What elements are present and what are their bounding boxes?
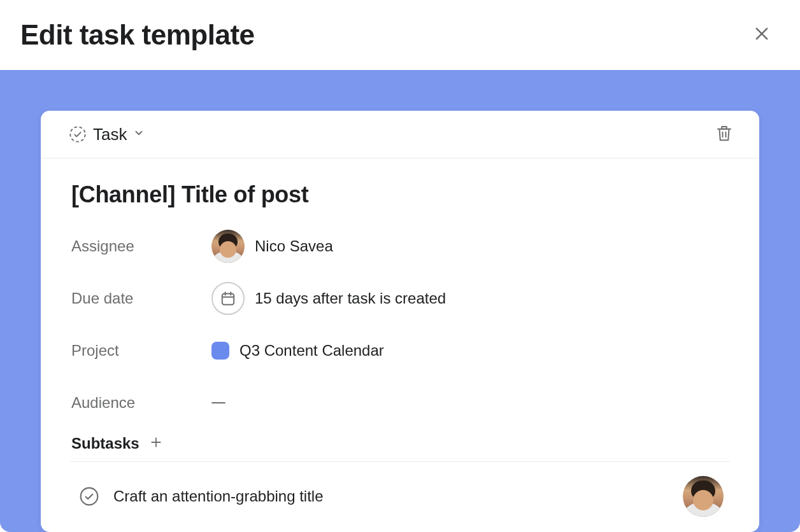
assignee-value[interactable]: Nico Savea	[211, 230, 333, 263]
card-content: [Channel] Title of post Assignee Nico Sa…	[41, 158, 759, 532]
assignee-name: Nico Savea	[255, 237, 333, 255]
audience-value[interactable]	[211, 402, 225, 404]
audience-label: Audience	[71, 394, 211, 412]
calendar-icon	[211, 282, 245, 315]
plus-icon	[150, 436, 162, 451]
modal-header: Edit task template	[0, 0, 800, 70]
svg-rect-5	[222, 293, 234, 304]
avatar[interactable]	[683, 476, 724, 517]
task-type-selector[interactable]: Task	[69, 125, 145, 144]
due-date-value[interactable]: 15 days after task is created	[211, 282, 446, 315]
subtasks-label: Subtasks	[71, 435, 139, 452]
project-label: Project	[71, 342, 211, 360]
task-title-input[interactable]: [Channel] Title of post	[71, 181, 729, 208]
check-circle-icon[interactable]	[79, 486, 99, 507]
audience-field: Audience	[71, 382, 729, 423]
delete-button[interactable]	[715, 123, 734, 145]
card-toolbar: Task	[41, 111, 759, 158]
modal-title: Edit task template	[20, 19, 255, 51]
svg-point-2	[70, 127, 85, 141]
edit-task-template-modal: Edit task template	[0, 0, 800, 532]
project-name: Q3 Content Calendar	[239, 342, 384, 360]
subtask-title: Craft an attention-grabbing title	[113, 487, 669, 505]
subtasks-header: Subtasks	[71, 435, 729, 452]
avatar	[211, 230, 245, 263]
close-icon	[753, 25, 771, 45]
due-date-label: Due date	[71, 290, 211, 307]
subtask-row[interactable]: Craft an attention-grabbing title	[71, 462, 729, 523]
due-date-field: Due date 15 days after task is created	[71, 278, 729, 319]
assignee-field: Assignee Nico Savea	[71, 226, 729, 267]
svg-point-11	[81, 488, 98, 505]
dashed-check-circle-icon	[69, 125, 87, 143]
chevron-down-icon	[133, 127, 145, 141]
task-type-label: Task	[93, 125, 127, 144]
due-date-text: 15 days after task is created	[255, 290, 446, 307]
project-color-chip	[211, 342, 229, 360]
close-button[interactable]	[749, 21, 775, 49]
trash-icon	[715, 123, 734, 145]
project-value[interactable]: Q3 Content Calendar	[211, 342, 384, 360]
project-field: Project Q3 Content Calendar	[71, 330, 729, 371]
modal-body: Task	[0, 70, 800, 532]
assignee-label: Assignee	[71, 237, 211, 255]
add-subtask-button[interactable]	[150, 436, 162, 451]
task-card: Task	[41, 111, 759, 532]
empty-value-icon	[211, 402, 225, 404]
